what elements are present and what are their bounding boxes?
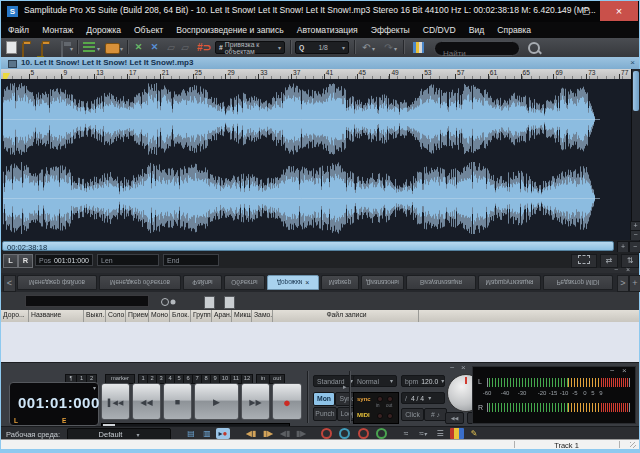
menu-help[interactable]: Справка [497,25,531,35]
waveform-display[interactable] [3,79,631,240]
snap-mode-dropdown[interactable]: # Привязка к объектам ▾ [215,41,285,54]
docker-tab-midi-editor[interactable]: Редактор MIDI [543,275,613,290]
docker-prev-tab-button[interactable]: < [3,275,16,292]
docker-tab-routing[interactable]: Маршрутизация [478,275,541,290]
play-button[interactable]: ▶ [194,383,239,420]
horizontal-scrollbar-thumb[interactable]: 00:02:38:18 [2,241,614,251]
fast-forward-button[interactable]: ▶▶ [241,383,270,420]
docker-tab-files[interactable]: Файлы [183,275,222,290]
click-button[interactable]: Click [401,408,424,421]
add-track-caret-icon[interactable]: ▾ [97,45,100,52]
menu-playback-record[interactable]: Воспроизведение и запись [176,25,283,35]
new-project-icon[interactable] [6,41,17,54]
export-list-icon[interactable] [204,296,215,309]
minimize-button[interactable]: – [552,1,574,21]
length-field[interactable]: Len [97,254,159,266]
search-tracks-icon[interactable] [161,298,169,306]
col-mute[interactable]: Выкл. [84,310,106,322]
end-field[interactable]: End [163,254,219,266]
resize-grip[interactable] [630,442,636,448]
signature-dropdown[interactable]: / 4 / 4 ▾ [401,392,445,404]
zoom-wave-out-icon[interactable]: ≈▾ [416,428,430,439]
close-button[interactable]: × [600,1,638,21]
menu-object[interactable]: Объект [134,25,163,35]
menu-cddvd[interactable]: CD/DVD [423,25,456,35]
fade-in-icon[interactable]: ▱ [165,41,177,54]
col-freeze[interactable]: Замо... [252,310,273,322]
stop-button[interactable]: ■ [163,383,192,420]
docker-next-tab-button[interactable]: > [617,275,629,292]
menu-file[interactable]: Файл [8,25,29,35]
position-field[interactable]: Pos 001:01:000 [35,254,93,266]
menu-automation[interactable]: Автоматизация [297,25,358,35]
docker-tab-file-manager[interactable]: Менеджер файлов [17,275,97,290]
bpm-dropdown[interactable]: bpm 120.0 ▾ [401,375,445,387]
meter-minimize-icon[interactable]: − [610,366,615,375]
manager-panels-icon[interactable] [413,42,424,53]
add-track-icon[interactable] [83,42,95,53]
menu-effects[interactable]: Эффекты [371,25,410,35]
nudge-back-button[interactable]: ◀◀ [445,412,464,424]
monitor-button[interactable]: Mon [313,392,335,406]
rewind-button[interactable]: ◀◀ [132,383,161,420]
range-right-button[interactable]: R [18,254,33,268]
docker-tab-tracks-active[interactable]: Дорожки × [267,275,319,290]
vertical-scrollbar[interactable] [631,69,640,221]
track-table-body[interactable] [1,322,639,362]
maximize-button[interactable]: ▢ [575,1,597,21]
save-menu-caret-icon[interactable]: ▾ [70,45,73,52]
col-track[interactable]: Доро... [1,310,29,322]
toggle-transport-icon[interactable]: ▸● [216,428,230,439]
meter-close-icon[interactable]: × [622,366,627,375]
zoom-wave-in-icon[interactable]: ≈ [399,428,413,439]
track-filter-input[interactable] [25,295,149,307]
record-button[interactable]: ● [272,383,302,420]
col-record[interactable]: Прием [126,310,149,322]
toggle-vip-window-icon[interactable]: ▤ [184,428,198,439]
record-options-icon[interactable] [356,428,370,439]
transport-close-icon[interactable]: × [461,363,466,372]
fit-view-button[interactable] [571,254,597,268]
docker-tab-visualization[interactable]: Визуализация [406,275,476,290]
transport-minimize-icon[interactable]: − [450,363,455,372]
range-left-button[interactable]: L [3,254,18,268]
cut-objects-icon[interactable]: ✕ [132,41,145,54]
playback-options-icon[interactable] [374,428,388,439]
play-mode-dropdown[interactable]: Standard▾ [313,375,357,387]
document-close-icon[interactable]: × [630,58,635,67]
new-object-caret-icon[interactable]: ▾ [120,45,123,52]
menu-view[interactable]: Вид [469,25,485,35]
tempo-mode-dropdown[interactable]: Normal▾ [353,375,397,387]
col-mono[interactable]: Моно [149,310,170,322]
new-object-icon[interactable] [105,43,120,54]
col-name[interactable]: Название [29,310,84,322]
punch-out-icon[interactable]: ▮▶ [261,428,275,439]
time-format-caret-icon[interactable]: ▾ [93,384,96,391]
menu-edit[interactable]: Монтаж [42,25,73,35]
snap-magnet-icon[interactable]: #⊃ [197,41,211,54]
time-display[interactable]: 001:01:000 ▾ L E [9,382,99,426]
redo-caret-icon[interactable]: ▾ [394,45,397,52]
toggle-mixer-icon[interactable]: ▥ [200,428,214,439]
punch-in-icon[interactable]: ◀▮ [244,428,258,439]
panel-expand-icon[interactable]: ▸ [343,383,347,391]
vertical-scrollbar-thumb[interactable] [633,71,639,111]
horizontal-scrollbar[interactable]: 00:02:38:18 + − [1,240,639,252]
crossfade-icon[interactable]: ✕ [148,41,161,54]
spectrum-view-icon[interactable] [450,428,464,439]
col-solo[interactable]: Соло [106,310,126,322]
record-mode-icon[interactable] [319,428,333,439]
grid-click-button[interactable]: # ♪ [424,408,447,421]
track-height-icon[interactable]: ☰ [433,428,447,439]
menu-track[interactable]: Дорожка [86,25,121,35]
title-bar[interactable]: S Samplitude Pro X5 Suite (Build 208, 64… [1,1,639,22]
docker-tab-marker[interactable]: Маркер [321,275,359,290]
fade-out-icon[interactable]: ▱ [179,41,191,54]
col-group[interactable]: Группа [191,310,212,322]
punch-button[interactable]: Punch [313,407,337,421]
search-icon[interactable] [528,42,540,54]
draw-mode-icon[interactable]: ✎ [467,428,481,439]
to-start-button[interactable]: ▌◀◀ [101,383,130,420]
monitor-mode-icon[interactable] [337,428,351,439]
quantize-dropdown[interactable]: Q 1/8 ▾ [295,41,349,54]
